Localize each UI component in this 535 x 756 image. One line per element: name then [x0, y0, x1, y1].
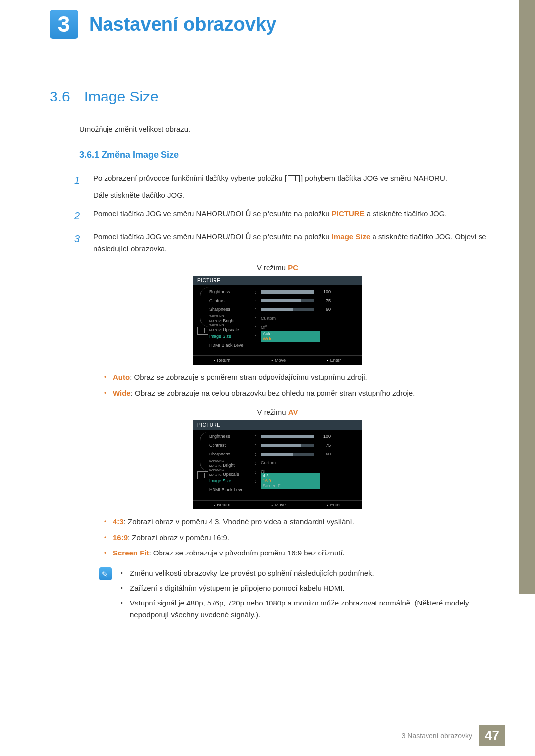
osd-option-active: Wide [263, 336, 318, 341]
step-text: a stiskněte tlačítko JOG. [365, 209, 447, 218]
osd-value: 100 [317, 289, 331, 294]
osd-label: HDMI Black Level [209, 487, 255, 492]
osd-value: 75 [317, 298, 331, 303]
section-intro: Umožňuje změnit velikost obrazu. [50, 125, 505, 133]
osd-dropdown: 4:3 16:9 Screen Fit [261, 473, 320, 489]
keyword-image-size: Image Size [332, 232, 371, 241]
mode-label-av: V režimu AV [50, 408, 505, 416]
menu-icon [288, 175, 300, 182]
bullet-item: Auto: Obraz se zobrazuje s poměrem stran… [104, 371, 505, 384]
osd-label: SAMSUNGM A G I C Upscale [209, 322, 255, 332]
osd-value: Custom [261, 460, 276, 465]
note-item: Zařízení s digitálním výstupem je připoj… [121, 582, 505, 594]
menu-icon [197, 471, 208, 479]
osd-footer-enter: Enter [327, 358, 341, 363]
note-item: Změnu velikosti obrazovky lze provést po… [121, 567, 505, 579]
osd-value: Off [261, 325, 267, 330]
osd-value: 100 [317, 434, 331, 439]
osd-option: Screen Fit [263, 483, 318, 488]
osd-footer-move: Move [271, 358, 286, 363]
note-box: Změnu velikosti obrazovky lze provést po… [99, 567, 505, 624]
osd-footer-return: Return [214, 358, 231, 363]
osd-value: 60 [317, 452, 331, 456]
osd-label: SAMSUNGM A G I C Bright [209, 313, 255, 323]
step-3: 3 Pomocí tlačítka JOG ve směru NAHORU/DO… [74, 231, 505, 254]
osd-label: Brightness [209, 289, 255, 294]
section-title: Image Size [84, 88, 159, 105]
section-number: 3.6 [50, 88, 70, 105]
subsection-heading: 3.6.1 Změna Image Size [50, 150, 505, 160]
osd-title: PICTURE [193, 420, 362, 430]
footer-text: 3 Nastavení obrazovky [402, 732, 472, 740]
osd-value: 75 [317, 443, 331, 448]
chapter-header: 3 Nastavení obrazovky [50, 10, 505, 39]
osd-option: Auto [263, 331, 318, 336]
osd-dropdown: Auto Wide [261, 331, 320, 342]
osd-title: PICTURE [193, 276, 362, 285]
bullet-item: Screen Fit: Obraz se zobrazuje v původní… [104, 547, 505, 559]
page-footer: 3 Nastavení obrazovky 47 [402, 725, 505, 746]
bullet-list-pc: Auto: Obraz se zobrazuje s poměrem stran… [50, 371, 505, 399]
osd-option-active: 16:9 [263, 478, 318, 483]
bullet-item: 16:9: Zobrazí obraz v poměru 16:9. [104, 531, 505, 544]
section-heading: 3.6 Image Size [50, 88, 505, 105]
osd-screenshot-pc: PICTURE Brightness:100 Contrast:75 Sharp… [193, 276, 362, 365]
osd-value: 60 [317, 307, 331, 312]
osd-footer-move: Move [271, 503, 286, 507]
step-text: Pomocí tlačítka JOG ve směru NAHORU/DOLŮ… [93, 232, 332, 241]
osd-label: SAMSUNGM A G I C Bright [209, 458, 255, 468]
osd-footer-enter: Enter [327, 503, 341, 507]
osd-footer: Return Move Enter [193, 355, 362, 365]
osd-label: Brightness [209, 434, 255, 439]
keyword-picture: PICTURE [332, 209, 365, 218]
osd-label: Contrast [209, 298, 255, 303]
osd-footer: Return Move Enter [193, 500, 362, 509]
note-icon [99, 567, 112, 580]
bullet-item: Wide: Obraz se zobrazuje na celou obrazo… [104, 387, 505, 400]
step-number: 3 [74, 231, 84, 254]
osd-label: Contrast [209, 443, 255, 448]
chapter-title: Nastavení obrazovky [89, 14, 276, 35]
osd-screenshot-av: PICTURE Brightness:100 Contrast:75 Sharp… [193, 420, 362, 509]
footer-page-number: 47 [479, 725, 505, 746]
note-item: Vstupní signál je 480p, 576p, 720p nebo … [121, 597, 505, 621]
step-number: 1 [74, 172, 84, 201]
osd-option: 4:3 [263, 473, 318, 478]
osd-value: Custom [261, 316, 276, 321]
osd-label: Sharpness [209, 307, 255, 312]
step-text: Pomocí tlačítka JOG ve směru NAHORU/DOLŮ… [93, 209, 332, 218]
step-1: 1 Po zobrazení průvodce funkčními tlačít… [74, 172, 505, 201]
bullet-list-av: 4:3: Zobrazí obraz v poměru 4:3. Vhodné … [50, 515, 505, 559]
osd-label: SAMSUNGM A G I C Upscale [209, 467, 255, 477]
osd-label: Sharpness [209, 452, 255, 456]
chapter-number-badge: 3 [50, 10, 78, 39]
menu-icon [197, 327, 208, 335]
osd-label: HDMI Black Level [209, 343, 255, 348]
osd-footer-return: Return [214, 503, 231, 507]
osd-label-selected: Image Size [209, 334, 255, 339]
step-number: 2 [74, 208, 84, 224]
step-2: 2 Pomocí tlačítka JOG ve směru NAHORU/DO… [74, 208, 505, 224]
bullet-item: 4:3: Zobrazí obraz v poměru 4:3. Vhodné … [104, 515, 505, 528]
mode-label-pc: V režimu PC [50, 263, 505, 272]
step-text: Dále stiskněte tlačítko JOG. [93, 189, 447, 201]
step-text: ] pohybem tlačítka JOG ve směru NAHORU. [301, 174, 447, 182]
step-text: Po zobrazení průvodce funkčními tlačítky… [93, 174, 287, 182]
osd-label-selected: Image Size [209, 478, 255, 483]
